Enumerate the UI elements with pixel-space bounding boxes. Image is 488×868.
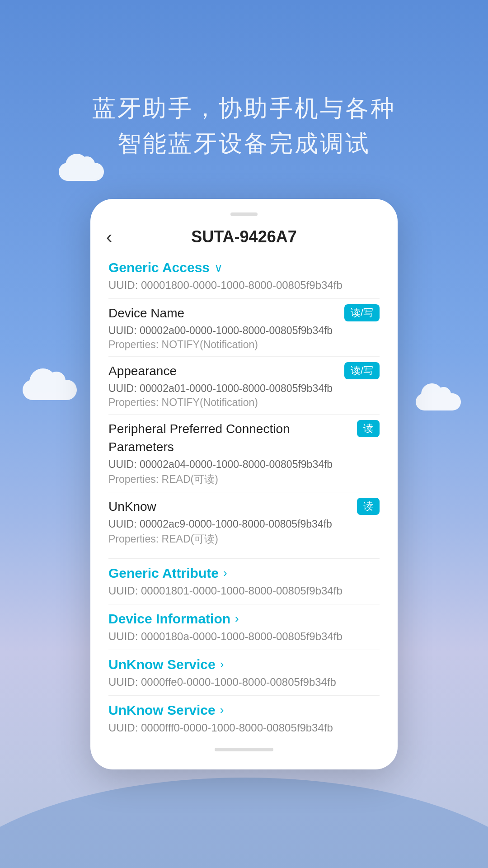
- characteristic-0-0: Device Name读/写UUID: 00002a00-0000-1000-8…: [108, 298, 380, 356]
- service-name-unknow-service-1: UnKnow Service: [108, 657, 216, 672]
- service-name-generic-access: Generic Access: [108, 260, 210, 275]
- service-header-device-information[interactable]: Device Information›: [108, 611, 380, 627]
- service-section-device-information: Device Information›UUID: 0000180a-0000-1…: [108, 611, 380, 650]
- cloud-3: [416, 393, 461, 410]
- char-header-0-2: Peripheral Preferred Connection Paramete…: [108, 420, 380, 455]
- service-header-unknow-service-1[interactable]: UnKnow Service›: [108, 657, 380, 672]
- service-section-generic-attribute: Generic Attribute›UUID: 00001801-0000-10…: [108, 566, 380, 604]
- service-section-generic-access: Generic Access∨UUID: 00001800-0000-1000-…: [108, 260, 380, 559]
- service-name-unknow-service-2: UnKnow Service: [108, 703, 216, 718]
- service-chevron-unknow-service-1: ›: [220, 657, 224, 671]
- char-badge-0-0[interactable]: 读/写: [344, 304, 380, 321]
- service-divider: [108, 558, 380, 559]
- phone-notch: [230, 212, 258, 216]
- screen-title: SUTA-9426A7: [191, 227, 296, 246]
- service-uuid-generic-attribute: UUID: 00001801-0000-1000-8000-00805f9b34…: [108, 585, 380, 597]
- service-uuid-generic-access: UUID: 00001800-0000-1000-8000-00805f9b34…: [108, 279, 380, 292]
- service-uuid-unknow-service-1: UUID: 0000ffe0-0000-1000-8000-00805f9b34…: [108, 676, 380, 689]
- service-section-unknow-service-1: UnKnow Service›UUID: 0000ffe0-0000-1000-…: [108, 657, 380, 696]
- char-header-0-0: Device Name读/写: [108, 304, 380, 322]
- characteristic-0-1: Appearance读/写UUID: 00002a01-0000-1000-80…: [108, 356, 380, 414]
- service-chevron-device-information: ›: [235, 612, 239, 626]
- service-header-generic-attribute[interactable]: Generic Attribute›: [108, 566, 380, 581]
- char-name-0-0: Device Name: [108, 304, 338, 322]
- cloud-2: [23, 380, 77, 400]
- back-button[interactable]: ‹: [106, 228, 112, 246]
- char-uuid-0-3: UUID: 00002ac9-0000-1000-8000-00805f9b34…: [108, 518, 380, 530]
- service-uuid-device-information: UUID: 0000180a-0000-1000-8000-00805f9b34…: [108, 630, 380, 643]
- characteristic-0-2: Peripheral Preferred Connection Paramete…: [108, 414, 380, 491]
- char-badge-0-2[interactable]: 读: [357, 420, 380, 437]
- char-props-0-3: Properties: READ(可读): [108, 532, 380, 546]
- service-header-unknow-service-2[interactable]: UnKnow Service›: [108, 703, 380, 718]
- service-chevron-unknow-service-2: ›: [220, 703, 224, 717]
- service-name-device-information: Device Information: [108, 611, 230, 627]
- char-badge-0-3[interactable]: 读: [357, 498, 380, 515]
- char-props-0-0: Properties: NOTIFY(Notification): [108, 339, 380, 351]
- screen-header: ‹ SUTA-9426A7: [90, 227, 398, 246]
- home-indicator: [215, 748, 273, 751]
- screen-content: Generic Access∨UUID: 00001800-0000-1000-…: [90, 260, 398, 734]
- service-divider: [108, 695, 380, 696]
- service-header-generic-access[interactable]: Generic Access∨: [108, 260, 380, 275]
- char-header-0-3: UnKnow读: [108, 498, 380, 515]
- char-props-0-1: Properties: NOTIFY(Notification): [108, 396, 380, 409]
- cloud-1: [59, 163, 104, 181]
- service-divider: [108, 650, 380, 650]
- service-chevron-generic-attribute: ›: [223, 566, 227, 580]
- service-divider: [108, 604, 380, 604]
- char-name-0-2: Peripheral Preferred Connection Paramete…: [108, 420, 350, 455]
- char-props-0-2: Properties: READ(可读): [108, 472, 380, 486]
- svg-point-0: [0, 778, 488, 868]
- hero-line1: 蓝牙助手，协助手机与各种: [0, 90, 488, 126]
- char-name-0-1: Appearance: [108, 362, 338, 380]
- hero-text: 蓝牙助手，协助手机与各种 智能蓝牙设备完成调试: [0, 90, 488, 161]
- char-name-0-3: UnKnow: [108, 498, 350, 515]
- service-uuid-unknow-service-2: UUID: 0000fff0-0000-1000-8000-00805f9b34…: [108, 722, 380, 734]
- service-section-unknow-service-2: UnKnow Service›UUID: 0000fff0-0000-1000-…: [108, 703, 380, 734]
- service-chevron-generic-access: ∨: [214, 261, 223, 275]
- char-header-0-1: Appearance读/写: [108, 362, 380, 380]
- characteristic-0-3: UnKnow读UUID: 00002ac9-0000-1000-8000-008…: [108, 492, 380, 552]
- char-uuid-0-2: UUID: 00002a04-0000-1000-8000-00805f9b34…: [108, 458, 380, 471]
- phone-mockup: ‹ SUTA-9426A7 Generic Access∨UUID: 00001…: [90, 199, 398, 769]
- char-uuid-0-0: UUID: 00002a00-0000-1000-8000-00805f9b34…: [108, 325, 380, 337]
- char-uuid-0-1: UUID: 00002a01-0000-1000-8000-00805f9b34…: [108, 382, 380, 395]
- char-badge-0-1[interactable]: 读/写: [344, 362, 380, 379]
- service-name-generic-attribute: Generic Attribute: [108, 566, 219, 581]
